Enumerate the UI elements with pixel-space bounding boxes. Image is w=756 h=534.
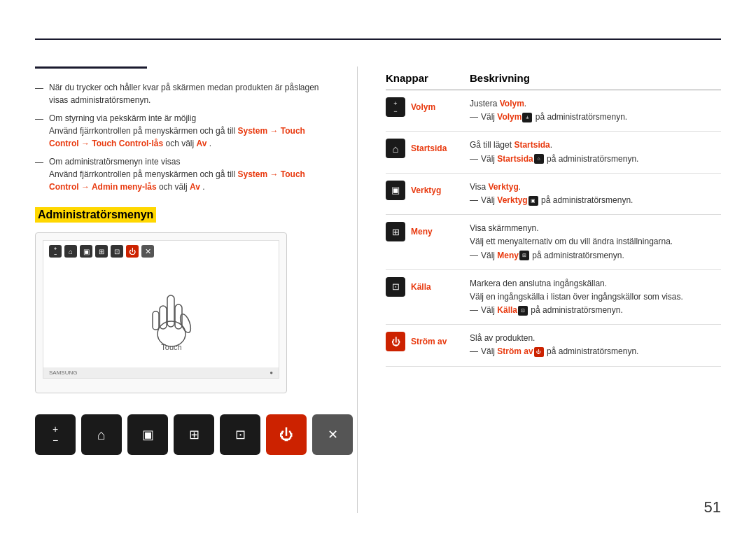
bullet-dash-3: — [35, 156, 43, 169]
page-number: 51 [704, 498, 721, 517]
col-header-knappar: Knappar [386, 72, 470, 84]
row-left-volym: +− Volym [386, 97, 470, 117]
col-header-beskrivning: Beskrivning [470, 72, 721, 84]
label-volym: Volym [411, 102, 435, 112]
label-meny: Meny [411, 227, 433, 237]
bottom-btn-close[interactable]: ✕ [312, 414, 353, 455]
desc-kalla: Markera den anslutna ingångskällan. Välj… [470, 277, 721, 318]
hand-svg [147, 285, 196, 348]
row-left-meny: ⊞ Meny [386, 222, 470, 241]
desc-meny: Visa skärmmenyn. Välj ett menyalternativ… [470, 222, 721, 262]
monitor-menu-icon: ⊞ [95, 245, 108, 258]
monitor-power-icon: ⏻ [126, 245, 139, 258]
bullet-dash-2: — [35, 113, 43, 125]
desc-strom: Slå av produkten. ― Välj Ström av⏻ på ad… [470, 332, 721, 358]
table-row-volym: +− Volym Justera Volym. ― Välj Volym± på… [386, 90, 721, 132]
bottom-buttons: + − ⌂ ▣ ⊞ ⊡ [35, 407, 329, 462]
icon-strom: ⏻ [386, 332, 405, 351]
bullet-list: — När du trycker och håller kvar på skär… [35, 81, 329, 193]
table-row-kalla: ⊡ Källa Markera den anslutna ingångskäll… [386, 270, 721, 325]
monitor-home-icon: ⌂ [64, 245, 77, 258]
bullet-item-3: — Om administratörsmenyn inte visas Anvä… [35, 155, 329, 193]
icon-kalla: ⊡ [386, 277, 405, 297]
svg-rect-1 [167, 295, 174, 327]
label-startsida: Startsida [411, 143, 447, 153]
bullet-item-2: — Om styrning via pekskärm inte är möjli… [35, 112, 329, 150]
row-left-strom: ⏻ Ström av [386, 332, 470, 351]
bottom-btn-menu[interactable]: ⊞ [174, 414, 214, 455]
svg-point-5 [178, 313, 193, 334]
bottom-btn-home[interactable]: ⌂ [81, 414, 122, 455]
bullet-dash-1: — [35, 82, 43, 94]
bullet-item-1: — När du trycker och håller kvar på skär… [35, 81, 329, 106]
icon-verktyg: ▣ [386, 181, 405, 200]
table-row-meny: ⊞ Meny Visa skärmmenyn. Välj ett menyalt… [386, 215, 721, 270]
monitor-source-icon: ⊡ [111, 245, 123, 258]
table-row-verktyg: ▣ Verktyg Visa Verktyg. ― Välj Verktyg▣ … [386, 174, 721, 215]
desc-startsida: Gå till läget Startsida. ― Välj Startsid… [470, 139, 721, 165]
column-divider [357, 66, 358, 513]
label-verktyg: Verktyg [411, 185, 441, 195]
icon-volym: +− [386, 97, 405, 117]
table-row-startsida: ⌂ Startsida Gå till läget Startsida. ― V… [386, 132, 721, 173]
bullet-text-1: När du trycker och håller kvar på skärme… [49, 81, 329, 106]
monitor-tools-icon: ▣ [80, 245, 92, 258]
label-kalla: Källa [411, 282, 431, 292]
icon-meny: ⊞ [386, 222, 405, 241]
hand-illustration: Touch [147, 285, 196, 351]
monitor-brand: SAMSUNG [49, 370, 77, 376]
row-left-kalla: ⊡ Källa [386, 277, 470, 297]
desc-verktyg: Visa Verktyg. ― Välj Verktyg▣ på adminis… [470, 181, 721, 207]
row-left-verktyg: ▣ Verktyg [386, 181, 470, 200]
monitor-inner: +− ⌂ ▣ ⊞ ⊡ ⏻ ✕ [43, 240, 279, 379]
bullet-text-3: Om administratörsmenyn inte visas Använd… [49, 155, 329, 193]
bullet-text-2: Om styrning via pekskärm inte är möjlig … [49, 112, 329, 150]
touch-area: Touch [43, 262, 279, 367]
bottom-btn-source[interactable]: ⊡ [220, 414, 260, 455]
table-row-strom: ⏻ Ström av Slå av produkten. ― Välj Strö… [386, 325, 721, 366]
monitor-illustration: +− ⌂ ▣ ⊞ ⊡ ⏻ ✕ [35, 232, 287, 393]
monitor-toolbar: +− ⌂ ▣ ⊞ ⊡ ⏻ ✕ [43, 241, 279, 262]
table-header: Knappar Beskrivning [386, 66, 721, 90]
bottom-btn-tools[interactable]: ▣ [127, 414, 168, 455]
icon-startsida: ⌂ [386, 139, 405, 158]
left-column: — När du trycker och håller kvar på skär… [35, 66, 329, 513]
desc-volym: Justera Volym. ― Välj Volym± på administ… [470, 97, 721, 124]
right-column: Knappar Beskrivning +− Volym Justera Vol… [386, 66, 721, 513]
monitor-bottom-bar: SAMSUNG ● [43, 367, 279, 378]
svg-rect-4 [153, 311, 159, 330]
top-line [35, 38, 721, 40]
left-top-bar [35, 66, 147, 69]
monitor-close-icon: ✕ [141, 245, 154, 258]
label-strom: Ström av [411, 337, 447, 346]
monitor-volume-icon: +− [49, 245, 62, 258]
section-title: Administratörsmenyn [35, 207, 156, 223]
bottom-btn-volume[interactable]: + − [35, 414, 76, 455]
row-left-startsida: ⌂ Startsida [386, 139, 470, 158]
monitor-indicator: ● [270, 370, 273, 376]
bottom-btn-power[interactable]: ⏻ [266, 414, 307, 455]
